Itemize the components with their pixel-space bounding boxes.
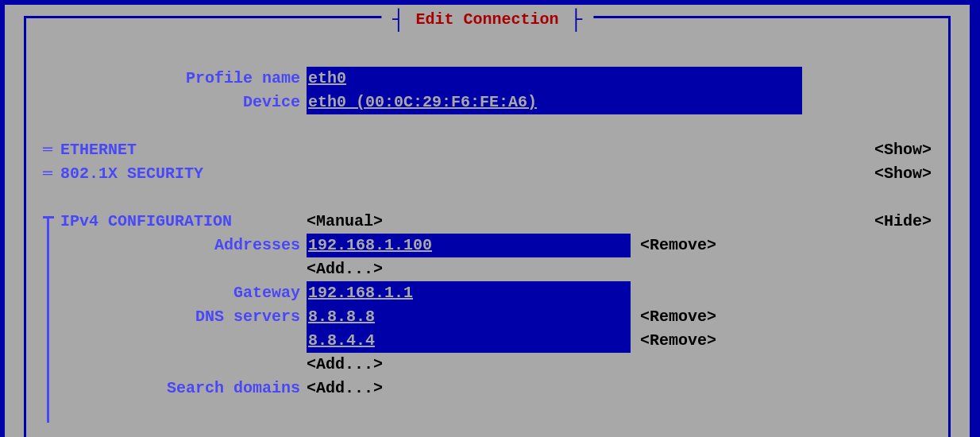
dns-input-0[interactable]: 8.8.8.8: [307, 305, 631, 329]
dns-remove-1[interactable]: <Remove>: [631, 329, 716, 353]
security-show-button[interactable]: <Show>: [874, 162, 932, 186]
ethernet-prefix: ═: [43, 138, 60, 162]
dialog-background: ┤ Edit Connection ├ Profile name eth0 De…: [5, 5, 970, 437]
gateway-label: Gateway: [60, 281, 307, 305]
ipv4-config-label: IPv4 CONFIGURATION: [60, 210, 307, 234]
dns-label: DNS servers: [60, 305, 307, 329]
ethernet-section-label: ETHERNET: [60, 138, 137, 162]
dialog-title: Edit Connection: [415, 10, 558, 29]
profile-name-input[interactable]: eth0: [307, 67, 802, 91]
security-prefix: ═: [43, 162, 60, 186]
title-bracket-left: ┤: [392, 12, 405, 28]
ipv4-hide-button[interactable]: <Hide>: [874, 210, 932, 234]
dns-input-1[interactable]: 8.8.4.4: [307, 329, 631, 353]
device-label: Device: [43, 91, 307, 114]
device-input[interactable]: eth0 (00:0C:29:F6:FE:A6): [307, 91, 802, 114]
address-remove-0[interactable]: <Remove>: [631, 234, 716, 257]
dialog-title-wrap: ┤ Edit Connection ├: [381, 10, 593, 29]
ipv4-tree-icon: [43, 210, 60, 234]
title-bracket-right: ├: [570, 12, 583, 28]
security-section-label: 802.1X SECURITY: [60, 162, 203, 186]
ipv4-mode-select[interactable]: <Manual>: [307, 210, 383, 234]
addresses-label: Addresses: [60, 234, 307, 257]
search-domains-label: Search domains: [60, 377, 307, 400]
profile-name-label: Profile name: [43, 67, 307, 91]
search-domains-add-button[interactable]: <Add...>: [307, 377, 383, 400]
dns-add-button[interactable]: <Add...>: [307, 353, 383, 377]
gateway-input[interactable]: 192.168.1.1: [307, 281, 631, 305]
dns-remove-0[interactable]: <Remove>: [631, 305, 716, 329]
ethernet-show-button[interactable]: <Show>: [874, 138, 932, 162]
address-add-button[interactable]: <Add...>: [307, 257, 383, 281]
form-content: Profile name eth0 Device eth0 (00:0C:29:…: [43, 67, 932, 400]
address-input-0[interactable]: 192.168.1.100: [307, 234, 631, 257]
